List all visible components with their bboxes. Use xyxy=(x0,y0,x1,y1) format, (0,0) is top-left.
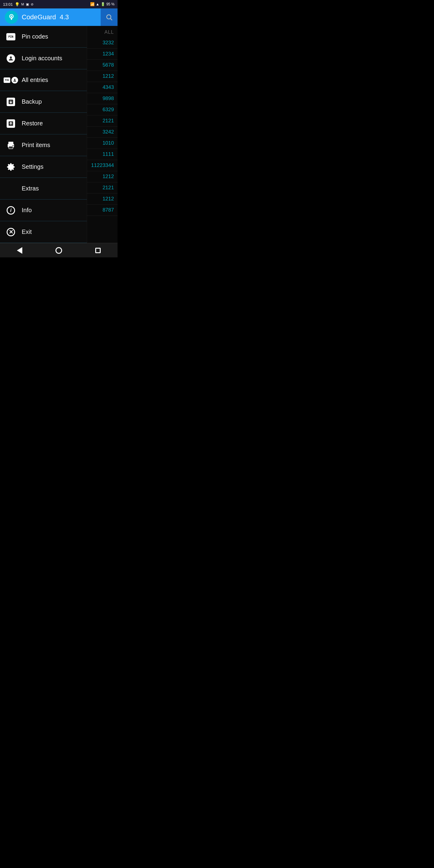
pin-code-value: 5678 xyxy=(102,62,114,68)
pin-codes-list: 3232123456781212434398986329212132421010… xyxy=(87,37,118,216)
pin-code-value: 3232 xyxy=(102,40,114,45)
pin-code-value: 1111 xyxy=(102,151,114,157)
home-button[interactable] xyxy=(50,243,68,258)
back-button[interactable] xyxy=(10,243,29,258)
svg-point-6 xyxy=(14,79,16,80)
pin-code-item[interactable]: 2121 xyxy=(87,182,118,193)
restore-icon xyxy=(6,119,16,128)
extras-icon xyxy=(6,184,16,193)
status-time: 13:01 xyxy=(3,2,13,7)
pin-code-item[interactable]: 1212 xyxy=(87,193,118,205)
app-logo xyxy=(5,10,18,24)
recents-button[interactable] xyxy=(89,243,107,258)
pin-code-item[interactable]: 9898 xyxy=(87,93,118,104)
pin-code-value: 1010 xyxy=(102,140,114,146)
svg-rect-13 xyxy=(9,146,13,149)
menu-item-backup[interactable]: Backup xyxy=(0,91,87,113)
pin-code-item[interactable]: 3242 xyxy=(87,127,118,138)
backup-icon xyxy=(6,97,16,107)
pin-code-item[interactable]: 1010 xyxy=(87,138,118,149)
menu-item-extras[interactable]: Extras xyxy=(0,178,87,199)
pin-code-item[interactable]: 1234 xyxy=(87,49,118,60)
battery-icon: 🔋 xyxy=(101,2,105,6)
menu-item-pin-codes[interactable]: PIN Pin codes xyxy=(0,26,87,48)
extras-label: Extras xyxy=(22,185,39,192)
all-entries-icon: PIN xyxy=(6,75,16,85)
brightness-icon: 💡 xyxy=(15,2,20,7)
pin-code-value: 9898 xyxy=(102,96,114,101)
menu-item-exit[interactable]: ✕ Exit xyxy=(0,221,87,243)
menu-item-settings[interactable]: Settings xyxy=(0,156,87,178)
status-bar: 13:01 💡 M ▣ ⊘ 📶 ▲ 🔋 95 % xyxy=(0,0,118,8)
pin-codes-icon: PIN xyxy=(6,32,16,41)
card-icon: ▣ xyxy=(26,2,29,6)
battery-percent: 95 % xyxy=(106,2,115,6)
header-left: CodeGuard 4.3 xyxy=(5,10,69,24)
back-icon xyxy=(17,247,22,254)
svg-point-14 xyxy=(12,145,13,146)
settings-icon xyxy=(6,162,16,172)
recents-icon xyxy=(95,248,101,253)
pin-code-item[interactable]: 5678 xyxy=(87,60,118,71)
restore-label: Restore xyxy=(22,120,43,127)
pin-code-value: 3242 xyxy=(102,129,114,135)
login-accounts-icon xyxy=(6,54,16,63)
pin-code-value: 1234 xyxy=(102,51,114,57)
print-icon xyxy=(6,141,16,150)
info-label: Info xyxy=(22,207,32,214)
menu-item-all-entries[interactable]: PIN All entries xyxy=(0,69,87,91)
search-icon xyxy=(105,13,113,21)
pin-code-value: 2121 xyxy=(102,185,114,190)
search-button[interactable] xyxy=(101,8,118,26)
gmail-icon: M xyxy=(22,2,24,6)
svg-rect-11 xyxy=(8,142,13,144)
all-entries-label: All entries xyxy=(22,76,48,84)
svg-line-4 xyxy=(111,19,113,21)
svg-point-3 xyxy=(107,15,111,19)
pin-code-item[interactable]: 3232 xyxy=(87,37,118,49)
pin-code-item[interactable]: 6329 xyxy=(87,104,118,116)
main-content: PIN Pin codes Login accounts PIN xyxy=(0,26,118,243)
wifi-icon: 📶 xyxy=(90,2,95,6)
svg-point-5 xyxy=(10,56,12,59)
settings-label: Settings xyxy=(22,163,43,170)
menu-item-info[interactable]: i Info xyxy=(0,199,87,221)
pin-code-value: 11223344 xyxy=(91,162,114,168)
pin-code-value: 1212 xyxy=(102,196,114,202)
menu-item-login-accounts[interactable]: Login accounts xyxy=(0,48,87,69)
signal-icon: ▲ xyxy=(96,2,99,6)
pin-code-value: 1212 xyxy=(102,174,114,179)
info-icon: i xyxy=(6,206,16,215)
pin-code-value: 8787 xyxy=(102,207,114,213)
pin-code-value: 1212 xyxy=(102,73,114,79)
pin-code-item[interactable]: 1212 xyxy=(87,71,118,82)
backup-label: Backup xyxy=(22,98,42,105)
pin-code-value: 4343 xyxy=(102,84,114,90)
pin-code-item[interactable]: 4343 xyxy=(87,82,118,93)
status-right: 📶 ▲ 🔋 95 % xyxy=(90,2,115,6)
login-accounts-label: Login accounts xyxy=(22,55,62,62)
right-panel-header: ALL xyxy=(87,27,118,37)
print-items-label: Print items xyxy=(22,142,50,149)
menu-item-restore[interactable]: Restore xyxy=(0,113,87,134)
svg-marker-2 xyxy=(10,18,12,20)
pin-code-value: 2121 xyxy=(102,118,114,124)
pin-code-item[interactable]: 1212 xyxy=(87,171,118,182)
pin-code-item[interactable]: 2121 xyxy=(87,116,118,127)
menu-item-print-items[interactable]: Print items xyxy=(0,134,87,156)
app-title: CodeGuard 4.3 xyxy=(22,13,69,21)
pin-codes-label: Pin codes xyxy=(22,33,48,40)
left-menu: PIN Pin codes Login accounts PIN xyxy=(0,26,87,243)
pin-code-item[interactable]: 1111 xyxy=(87,149,118,160)
pin-code-value: 6329 xyxy=(102,107,114,113)
nav-bar xyxy=(0,243,118,257)
exit-label: Exit xyxy=(22,228,32,236)
pin-code-item[interactable]: 11223344 xyxy=(87,160,118,171)
home-icon xyxy=(56,247,62,254)
app-header: CodeGuard 4.3 xyxy=(0,8,118,26)
exit-icon: ✕ xyxy=(6,227,16,237)
block-icon: ⊘ xyxy=(31,2,33,6)
keyhole-icon xyxy=(7,13,16,21)
svg-point-1 xyxy=(11,16,12,17)
pin-code-item[interactable]: 8787 xyxy=(87,205,118,216)
